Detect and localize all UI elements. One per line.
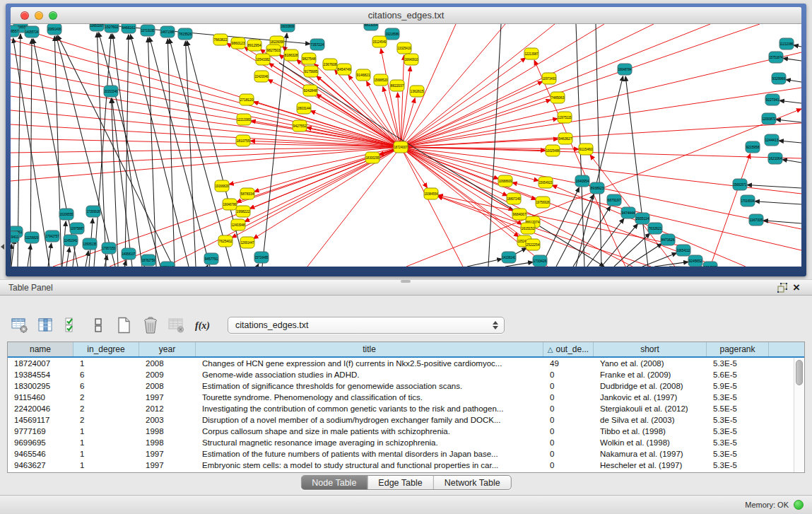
network-edge[interactable]: [317, 76, 401, 147]
table-row[interactable]: 946362711997Embryonic stem cells: a mode…: [8, 460, 804, 471]
network-edge[interactable]: [11, 239, 15, 267]
table-cell[interactable]: 14569117: [8, 414, 73, 426]
network-edge[interactable]: [401, 147, 717, 267]
network-window-titlebar[interactable]: citations_edges.txt: [11, 7, 801, 24]
table-cell[interactable]: Estimation of the future numbers of pati…: [196, 448, 543, 460]
network-edge[interactable]: [779, 100, 801, 103]
table-cell[interactable]: Disruption of a novel member of a sodium…: [196, 414, 543, 426]
table-cell[interactable]: 1998: [139, 437, 196, 448]
network-edge[interactable]: [166, 147, 401, 267]
network-edge[interactable]: [11, 96, 401, 147]
network-edge[interactable]: [257, 264, 259, 267]
table-row[interactable]: 969969511998Structural magnetic resonanc…: [8, 437, 804, 448]
network-edge[interactable]: [783, 58, 801, 61]
table-cell[interactable]: 19384554: [8, 369, 73, 380]
table-cell[interactable]: 5.3E-5: [707, 414, 769, 426]
column-header-year[interactable]: year: [139, 342, 196, 356]
table-cell[interactable]: 6: [73, 380, 139, 392]
table-cell[interactable]: 9115460: [8, 392, 73, 403]
row-height-icon[interactable]: [88, 315, 108, 335]
table-cell[interactable]: 9777169: [8, 426, 73, 437]
table-cell[interactable]: 18724007: [8, 358, 73, 369]
table-cell[interactable]: 1: [73, 358, 139, 369]
table-cell[interactable]: Embryonic stem cells: a model to study s…: [196, 460, 543, 471]
panel-drag-grip[interactable]: [401, 280, 411, 283]
table-cell[interactable]: Tibbo et al. (1998): [594, 426, 707, 437]
table-cell[interactable]: de Silva et al. (2003): [594, 414, 707, 426]
network-graph[interactable]: 1872400725206550240955714055724208914061…: [11, 24, 801, 267]
table-cell[interactable]: 1997: [139, 448, 196, 460]
table-cell[interactable]: 22420046: [8, 403, 73, 414]
network-edge[interactable]: [11, 40, 401, 147]
table-row[interactable]: 946554611997Estimation of the future num…: [8, 448, 804, 460]
network-edge[interactable]: [763, 221, 801, 223]
table-cell[interactable]: 0: [543, 403, 594, 414]
table-cell[interactable]: 5.6E-5: [707, 369, 769, 380]
table-row[interactable]: 1830029562008Estimation of significance …: [8, 380, 804, 392]
network-edge[interactable]: [401, 100, 551, 147]
network-edge[interactable]: [401, 147, 498, 179]
minimize-window-icon[interactable]: [35, 11, 43, 20]
tab-node-table[interactable]: Node Table: [301, 476, 367, 489]
splitter-collapse-icon[interactable]: [1, 244, 4, 250]
network-edge[interactable]: [97, 33, 106, 267]
table-cell[interactable]: 5.3E-5: [707, 460, 769, 471]
table-cell[interactable]: 0: [543, 448, 594, 460]
network-edge[interactable]: [534, 60, 625, 267]
table-cell[interactable]: 1: [73, 426, 139, 437]
table-cell[interactable]: Tourette syndrome. Phenomenology and cla…: [196, 392, 543, 403]
network-edge[interactable]: [307, 147, 401, 267]
table-cell[interactable]: 18300295: [8, 380, 73, 392]
select-rows-icon[interactable]: [62, 315, 82, 335]
network-edge[interactable]: [401, 58, 526, 147]
network-edge[interactable]: [596, 24, 601, 267]
table-cell[interactable]: 5.3E-5: [707, 448, 769, 460]
table-row[interactable]: 1938455462009Genome-wide association stu…: [8, 369, 804, 380]
network-edge[interactable]: [488, 24, 501, 267]
table-cell[interactable]: 9463627: [8, 460, 73, 471]
float-panel-icon[interactable]: [775, 281, 789, 294]
import-table-icon[interactable]: [167, 315, 187, 335]
network-edge[interactable]: [794, 45, 801, 47]
close-panel-icon[interactable]: ×: [789, 281, 804, 294]
table-cell[interactable]: 0: [543, 380, 594, 392]
function-builder-icon[interactable]: f(x): [193, 315, 213, 335]
table-cell[interactable]: 0: [543, 460, 594, 471]
table-cell[interactable]: 1: [73, 448, 139, 460]
network-edge[interactable]: [11, 124, 401, 147]
table-cell[interactable]: Investigating the contribution of common…: [196, 403, 543, 414]
table-cell[interactable]: 1997: [139, 460, 196, 471]
network-edge[interactable]: [170, 39, 231, 267]
table-cell[interactable]: 2009: [139, 369, 196, 380]
table-cell[interactable]: 2008: [139, 358, 196, 369]
network-edge[interactable]: [776, 119, 801, 122]
table-cell[interactable]: Wolkin et al. (1998): [594, 437, 707, 448]
table-cell[interactable]: 5.9E-5: [707, 380, 769, 392]
table-row[interactable]: 911546021997Tourette syndrome. Phenomeno…: [8, 392, 804, 403]
tab-network-table[interactable]: Network Table: [433, 476, 511, 489]
table-cell[interactable]: Nakamura et al. (1997): [594, 448, 707, 460]
table-cell[interactable]: 9465546: [8, 448, 73, 460]
tab-edge-table[interactable]: Edge Table: [367, 476, 433, 489]
network-canvas[interactable]: 1872400725206550240955714055724208914061…: [11, 24, 801, 267]
network-edge[interactable]: [747, 185, 801, 188]
table-cell[interactable]: Genome-wide association studies in ADHD.: [196, 369, 543, 380]
zoom-window-icon[interactable]: [49, 11, 57, 20]
table-cell[interactable]: 1998: [139, 426, 196, 437]
table-cell[interactable]: 5.3E-5: [707, 358, 769, 369]
network-edge[interactable]: [755, 201, 801, 204]
table-cell[interactable]: Yano et al. (2008): [594, 358, 707, 369]
table-cell[interactable]: 0: [543, 437, 594, 448]
table-cell[interactable]: 2012: [139, 403, 196, 414]
table-scrollbar[interactable]: [794, 358, 804, 472]
network-edge[interactable]: [185, 41, 196, 267]
network-edge[interactable]: [99, 33, 160, 267]
network-edge[interactable]: [268, 80, 401, 147]
table-settings-icon[interactable]: [10, 315, 30, 335]
table-cell[interactable]: 0: [543, 369, 594, 380]
table-panel-titlebar[interactable]: Table Panel ×: [0, 279, 812, 296]
column-header-in-degree[interactable]: in_degree: [73, 342, 139, 356]
network-edge[interactable]: [786, 80, 801, 82]
table-cell[interactable]: 5.5E-5: [707, 403, 769, 414]
table-cell[interactable]: 2: [73, 392, 139, 403]
